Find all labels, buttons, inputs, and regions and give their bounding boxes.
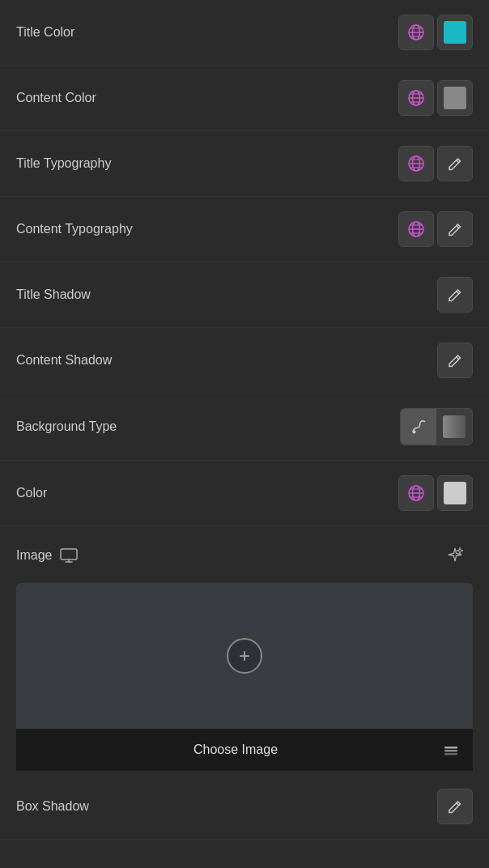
title-shadow-row: Title Shadow	[0, 262, 489, 328]
bgtype-toggle	[400, 408, 473, 445]
image-section: Image + Choose Image	[0, 526, 489, 771]
content-color-row: Content Color	[0, 66, 489, 131]
image-row-header: Image	[16, 538, 473, 573]
choose-image-label: Choose Image	[29, 742, 442, 757]
gradient-swatch	[443, 415, 466, 438]
svg-rect-27	[444, 747, 457, 749]
svg-rect-29	[444, 753, 457, 755]
title-shadow-controls	[437, 277, 473, 313]
content-color-label: Content Color	[16, 91, 96, 105]
image-label-text: Image	[16, 548, 52, 563]
pencil-icon	[447, 287, 463, 303]
globe-icon	[407, 220, 425, 238]
content-typography-controls	[398, 211, 473, 247]
box-shadow-pencil-btn[interactable]	[437, 789, 473, 824]
pencil-icon	[447, 352, 463, 368]
add-icon: +	[239, 645, 250, 667]
title-typography-pencil-btn[interactable]	[437, 146, 473, 181]
title-color-controls	[398, 15, 473, 50]
color-globe-btn[interactable]	[398, 475, 434, 511]
content-shadow-row: Content Shadow	[0, 328, 489, 394]
globe-icon	[407, 23, 425, 41]
add-image-btn[interactable]: +	[227, 638, 262, 674]
pencil-icon	[447, 155, 463, 172]
content-typography-row: Content Typography	[0, 197, 489, 262]
content-shadow-label: Content Shadow	[16, 353, 112, 368]
title-color-row: Title Color	[0, 0, 489, 66]
bgtype-image-btn[interactable]	[436, 409, 472, 445]
title-typography-globe-btn[interactable]	[398, 146, 434, 181]
color-controls	[398, 475, 473, 511]
pencil-icon	[447, 798, 463, 815]
background-type-row: Background Type	[0, 394, 489, 461]
content-color-swatch	[444, 87, 466, 109]
title-shadow-label: Title Shadow	[16, 287, 91, 302]
title-color-swatch	[444, 21, 466, 44]
background-type-label: Background Type	[16, 419, 117, 434]
svg-rect-28	[444, 750, 457, 752]
box-shadow-row: Box Shadow	[0, 774, 489, 840]
brush-icon	[410, 419, 427, 435]
content-color-controls	[398, 80, 473, 116]
content-shadow-controls	[437, 343, 473, 378]
image-ai-btn[interactable]	[437, 538, 473, 573]
pencil-icon	[447, 221, 463, 237]
title-typography-row: Title Typography	[0, 131, 489, 197]
title-color-globe-btn[interactable]	[398, 15, 434, 50]
image-label: Image	[16, 548, 78, 563]
content-typography-pencil-btn[interactable]	[437, 211, 473, 247]
bgtype-color-btn[interactable]	[401, 409, 436, 445]
title-shadow-pencil-btn[interactable]	[437, 277, 473, 313]
color-swatch-btn[interactable]	[437, 475, 473, 511]
content-typography-label: Content Typography	[16, 222, 133, 236]
color-swatch	[444, 482, 466, 504]
layers-icon	[442, 741, 460, 759]
box-shadow-label: Box Shadow	[16, 799, 89, 814]
background-type-controls	[400, 408, 473, 445]
monitor-icon	[60, 548, 78, 563]
box-shadow-controls	[437, 789, 473, 824]
globe-icon	[407, 89, 425, 107]
choose-image-button[interactable]: Choose Image	[16, 729, 473, 771]
title-typography-controls	[398, 146, 473, 181]
sparkle-icon	[446, 547, 464, 564]
color-row: Color	[0, 461, 489, 526]
title-typography-label: Title Typography	[16, 156, 111, 171]
globe-icon	[407, 484, 425, 502]
content-typography-globe-btn[interactable]	[398, 211, 434, 247]
globe-icon	[407, 155, 425, 172]
content-color-globe-btn[interactable]	[398, 80, 434, 116]
svg-point-20	[413, 431, 416, 434]
content-shadow-pencil-btn[interactable]	[437, 343, 473, 378]
title-color-label: Title Color	[16, 25, 74, 40]
color-label: Color	[16, 486, 47, 500]
svg-rect-26	[61, 549, 77, 560]
content-color-swatch-btn[interactable]	[437, 80, 473, 116]
image-upload-area[interactable]: +	[16, 583, 473, 729]
title-color-swatch-btn[interactable]	[437, 15, 473, 50]
settings-panel: Title Color Content Color	[0, 0, 489, 840]
